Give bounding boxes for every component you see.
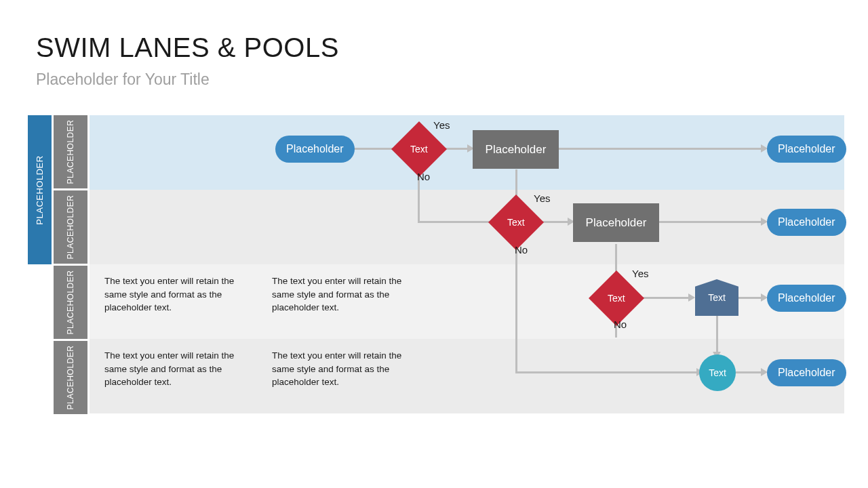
lane-header-4: PLACEHOLDER (54, 341, 87, 414)
lane-header-2: PLACEHOLDER (54, 190, 87, 264)
lane-header-1: PLACEHOLDER (54, 115, 87, 188)
connector (515, 371, 698, 373)
body-text-4b: The text you enter will retain the same … (272, 349, 408, 389)
swimlane-diagram: PLACEHOLDER PLACEHOLDER PLACEHOLDER PLAC… (28, 115, 844, 420)
label-no-2: No (515, 244, 528, 256)
process-2: Placeholder (573, 203, 659, 242)
end-1: Placeholder (767, 136, 846, 163)
slide-title: SWIM LANES & POOLS (36, 33, 339, 63)
lane-2-bg (90, 190, 844, 264)
circle-node: Text (699, 354, 736, 391)
label-yes-2: Yes (534, 192, 550, 204)
body-text-4a: The text you enter will retain the same … (104, 349, 240, 389)
lane-1-bg (90, 115, 844, 190)
connector (418, 221, 496, 223)
arrow-icon (688, 293, 695, 302)
body-text-3a: The text you enter will retain the same … (104, 274, 240, 314)
connector (515, 243, 517, 373)
connector (658, 221, 764, 223)
pool-header: PLACEHOLDER (28, 115, 52, 264)
label-yes-1: Yes (433, 119, 450, 131)
slide: SWIM LANES & POOLS Placeholder for Your … (0, 0, 868, 488)
pentagon-node: Text (695, 279, 738, 316)
start-node: Placeholder (275, 136, 355, 163)
end-2: Placeholder (767, 209, 846, 236)
body-text-3b: The text you enter will retain the same … (272, 274, 408, 314)
end-4: Placeholder (767, 359, 846, 386)
label-yes-3: Yes (632, 268, 648, 279)
slide-subtitle: Placeholder for Your Title (36, 70, 210, 89)
label-no-3: No (614, 319, 627, 330)
connector (559, 148, 762, 150)
connector (716, 316, 718, 353)
process-1: Placeholder (473, 130, 559, 169)
end-3: Placeholder (767, 285, 846, 312)
label-no-1: No (417, 171, 430, 182)
lane-header-3: PLACEHOLDER (54, 266, 87, 339)
connector (736, 371, 763, 373)
